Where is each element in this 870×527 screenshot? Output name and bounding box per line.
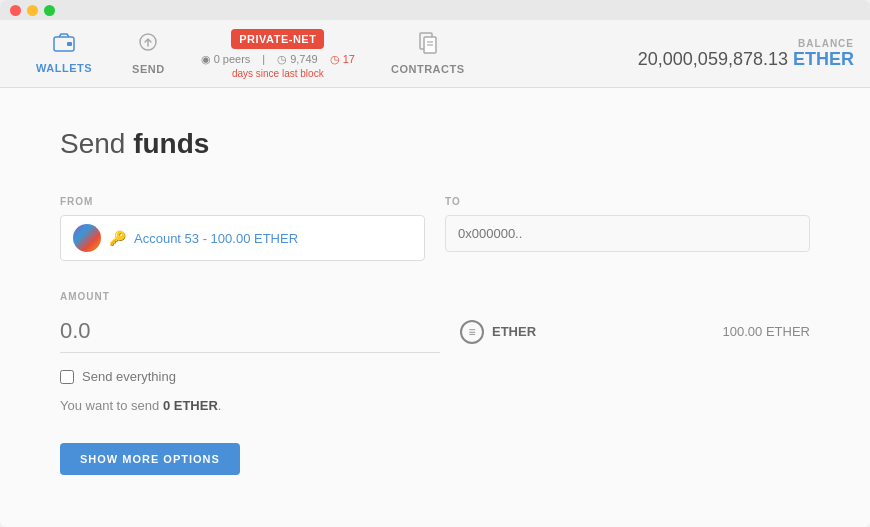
currency-selector[interactable]: ≡ ETHER — [460, 320, 536, 344]
warning-number: 17 — [343, 53, 355, 65]
send-everything-row: Send everything — [60, 369, 810, 384]
contracts-icon — [417, 32, 439, 59]
currency-balance: 100.00 ETHER — [723, 324, 810, 339]
maximize-button[interactable] — [44, 5, 55, 16]
balance-currency: ETHER — [793, 49, 854, 69]
wallets-label: WALLETS — [36, 62, 92, 74]
nav-item-wallets[interactable]: WALLETS — [16, 23, 112, 84]
key-icon: 🔑 — [109, 230, 126, 246]
to-input[interactable] — [445, 215, 810, 252]
send-label: SEND — [132, 63, 165, 75]
warning-info: ◷ 17 — [330, 53, 355, 66]
balance-amount: 20,000,059,878.13 ETHER — [638, 49, 854, 70]
account-avatar — [73, 224, 101, 252]
blocks-icon: ◷ — [277, 53, 287, 66]
peers-icon: ◉ — [201, 53, 211, 66]
currency-icon: ≡ — [460, 320, 484, 344]
to-group: TO — [445, 196, 810, 261]
page-title: Send funds — [60, 128, 810, 160]
header: WALLETS SEND PRIVATE-NET ◉ 0 peers | — [0, 20, 870, 88]
currency-name: ETHER — [492, 324, 536, 339]
send-summary: You want to send 0 ETHER. — [60, 398, 810, 413]
send-icon — [138, 32, 158, 59]
days-warning: days since last block — [232, 68, 324, 79]
account-name: Account 53 - 100.00 ETHER — [134, 231, 298, 246]
balance-label: BALANCE — [638, 38, 854, 49]
from-field[interactable]: 🔑 Account 53 - 100.00 ETHER — [60, 215, 425, 261]
to-label: TO — [445, 196, 810, 207]
amount-section: AMOUNT ≡ ETHER 100.00 ETHER — [60, 291, 810, 353]
svg-rect-1 — [67, 42, 72, 46]
network-status: PRIVATE-NET ◉ 0 peers | ◷ 9,749 ◷ 17 day… — [201, 29, 355, 79]
send-everything-checkbox[interactable] — [60, 370, 74, 384]
blocks-count: 9,749 — [290, 53, 318, 65]
amount-input[interactable] — [60, 310, 440, 353]
amount-label: AMOUNT — [60, 291, 810, 302]
network-badge: PRIVATE-NET — [231, 29, 324, 49]
peers-count: 0 peers — [214, 53, 251, 65]
show-more-options-button[interactable]: SHOW MORE OPTIONS — [60, 443, 240, 475]
send-everything-label[interactable]: Send everything — [82, 369, 176, 384]
nav-item-contracts[interactable]: CONTRACTS — [371, 22, 485, 85]
nav-item-send[interactable]: SEND — [112, 22, 185, 85]
from-group: FROM 🔑 Account 53 - 100.00 ETHER — [60, 196, 425, 261]
blocks-info: ◷ 9,749 — [277, 53, 318, 66]
warning-icon: ◷ — [330, 53, 340, 66]
contracts-label: CONTRACTS — [391, 63, 465, 75]
summary-prefix: You want to send — [60, 398, 163, 413]
summary-amount: 0 ETHER — [163, 398, 218, 413]
peers-info: ◉ 0 peers — [201, 53, 251, 66]
close-button[interactable] — [10, 5, 21, 16]
balance-section: BALANCE 20,000,059,878.13 ETHER — [638, 38, 854, 70]
window-chrome — [0, 0, 870, 20]
wallets-icon — [53, 33, 75, 58]
from-to-row: FROM 🔑 Account 53 - 100.00 ETHER TO — [60, 196, 810, 261]
nav: WALLETS SEND PRIVATE-NET ◉ 0 peers | — [16, 22, 638, 85]
amount-input-wrap — [60, 310, 440, 353]
balance-number: 20,000,059,878.13 — [638, 49, 788, 69]
currency-symbol: ≡ — [468, 325, 475, 339]
page-title-normal: Send — [60, 128, 125, 159]
amount-row: ≡ ETHER 100.00 ETHER — [60, 310, 810, 353]
minimize-button[interactable] — [27, 5, 38, 16]
main-content: Send funds FROM 🔑 Account 53 - 100.00 ET… — [0, 88, 870, 527]
network-info: ◉ 0 peers | ◷ 9,749 ◷ 17 — [201, 53, 355, 66]
summary-suffix: . — [218, 398, 222, 413]
page-title-bold: funds — [133, 128, 209, 159]
from-label: FROM — [60, 196, 425, 207]
